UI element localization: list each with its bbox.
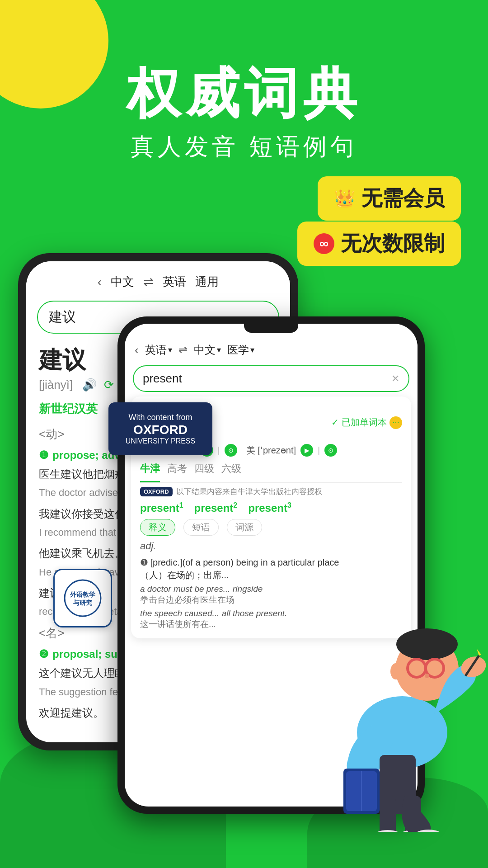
- svg-text:与研究: 与研究: [73, 599, 92, 606]
- back-def2-num: ❷: [39, 646, 49, 663]
- variant-3[interactable]: present3: [248, 501, 291, 514]
- tab-gaokao[interactable]: 高考: [167, 462, 187, 478]
- front-extra-mode[interactable]: 医学▾: [227, 343, 254, 357]
- front-lang-from[interactable]: 英语▾: [145, 343, 172, 357]
- back-lang-to[interactable]: 英语: [163, 274, 186, 290]
- oxford-badge: With content from OXFORD UNIVERSITY PRES…: [108, 402, 212, 455]
- front-navbar: ‹ 英语▾ ⇌ 中文▾ 医学▾: [125, 333, 418, 363]
- back-extra-mode[interactable]: 通用: [195, 274, 219, 290]
- tab-oxford[interactable]: 牛津: [140, 462, 160, 482]
- front-back-button[interactable]: ‹: [135, 343, 139, 357]
- svg-text:外语教学: 外语教学: [70, 591, 95, 598]
- svg-marker-22: [477, 649, 481, 656]
- pron-us-play[interactable]: ▶: [300, 444, 313, 457]
- pron-us-text: 美 [ˈprezənt]: [246, 444, 296, 457]
- word-def-context: [predic.](of a person) being in a partic…: [150, 557, 339, 567]
- back-button[interactable]: ‹: [98, 275, 102, 289]
- pron-us-video[interactable]: ⊙: [324, 444, 337, 457]
- sub-headline: 真人发音 短语例句: [0, 131, 488, 163]
- notch: [244, 324, 298, 333]
- svg-point-10: [390, 663, 401, 679]
- subtab-definition[interactable]: 释义: [140, 519, 175, 536]
- word-added-badge[interactable]: ✓ 已加单词本 ⋯: [331, 416, 402, 429]
- oxford-mini-text: 以下结果内容来自牛津大学出版社内容授权: [176, 486, 322, 497]
- oxford-mini-badge-row: OXFORD 以下结果内容来自牛津大学出版社内容授权: [140, 486, 402, 497]
- unlimited-label: 无次数限制: [341, 230, 445, 258]
- svg-point-18: [373, 830, 402, 832]
- back-navbar: ‹ 中文 ⇌ 英语 通用: [26, 261, 290, 297]
- unlimited-badge: ∞ 无次数限制: [297, 222, 461, 266]
- back-swap-icon[interactable]: ⇌: [143, 274, 154, 289]
- front-lang-to[interactable]: 中文▾: [194, 343, 221, 357]
- subtab-etymology[interactable]: 词源: [227, 519, 262, 536]
- tab-cet6[interactable]: 六级: [221, 462, 241, 478]
- front-search-text: present: [143, 372, 182, 386]
- fltrp-logo: 外语教学 与研究: [53, 569, 112, 627]
- variant-1[interactable]: present1: [140, 501, 183, 514]
- svg-point-0: [65, 580, 101, 616]
- word-tabs: 牛津 高考 四级 六级: [140, 462, 402, 483]
- back-def1-num: ❶: [39, 447, 49, 464]
- word-subtabs: 释义 短语 词源: [140, 519, 402, 536]
- subtab-phrases[interactable]: 短语: [183, 519, 219, 536]
- svg-point-9: [425, 674, 429, 678]
- word-def-num: ❶: [140, 557, 148, 567]
- word-pos: adj.: [140, 540, 402, 552]
- back-lang-from[interactable]: 中文: [111, 274, 134, 290]
- front-swap-icon[interactable]: ⇌: [178, 344, 188, 356]
- pron-uk-video[interactable]: ⊙: [225, 444, 237, 457]
- oxford-title: OXFORD: [117, 423, 203, 437]
- oxford-mini-icon: OXFORD: [140, 487, 173, 496]
- character-illustration: [316, 579, 488, 832]
- infinity-icon: ∞: [314, 233, 334, 254]
- no-member-label: 无需会员: [361, 184, 445, 212]
- front-search-clear[interactable]: ✕: [391, 373, 399, 385]
- svg-point-5: [396, 628, 458, 660]
- word-variants: present1 present2 present3: [140, 501, 402, 514]
- svg-rect-16: [380, 796, 396, 832]
- oxford-with-content: With content from: [117, 412, 203, 423]
- variant-2[interactable]: present2: [194, 501, 238, 514]
- crown-icon: 👑: [334, 189, 355, 208]
- front-search-bar[interactable]: present ✕: [133, 365, 409, 392]
- tab-cet4[interactable]: 四级: [194, 462, 214, 478]
- oxford-subtitle: UNIVERSITY PRESS: [117, 437, 203, 445]
- no-member-badge: 👑 无需会员: [318, 176, 461, 221]
- main-headline: 权威词典: [0, 63, 488, 123]
